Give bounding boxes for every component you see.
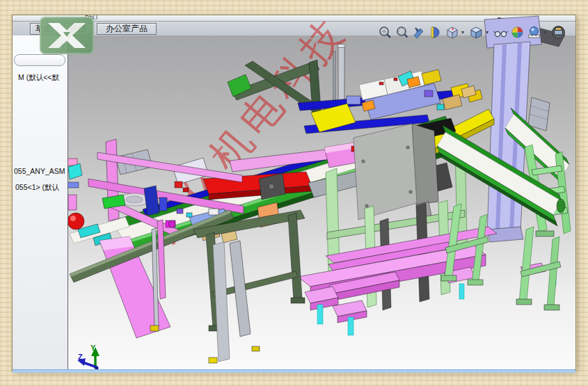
view-orientation-icon[interactable] bbox=[445, 25, 459, 40]
zoom-to-area-icon[interactable] bbox=[395, 25, 409, 40]
view-orientation-dropdown[interactable]: ▾ bbox=[461, 29, 467, 35]
application-window: Dhl.l 草图 评估 办公室产品 » M (默认<<默 055_ANY_ASM… bbox=[13, 15, 575, 371]
display-style-icon[interactable] bbox=[469, 25, 484, 40]
tree-item-sub-asm[interactable]: 055_ANY_ASM bbox=[14, 167, 68, 175]
zoom-to-fit-icon[interactable] bbox=[378, 25, 392, 40]
heads-up-toolbar: ▾ ▾ ▾ bbox=[378, 25, 566, 40]
featuremanager-panel: » M (默认<<默 055_ANY_ASM 055<1> (默认 bbox=[13, 35, 68, 371]
display-style-dropdown[interactable]: ▾ bbox=[486, 29, 491, 35]
feature-tree-filter[interactable] bbox=[14, 54, 65, 66]
hide-show-items-icon[interactable] bbox=[493, 25, 508, 40]
apply-scene-dropdown[interactable]: ▾ bbox=[543, 29, 549, 35]
edit-appearance-icon[interactable] bbox=[510, 25, 525, 40]
bottom-edge-scrollbar[interactable] bbox=[13, 369, 575, 373]
graphics-area[interactable] bbox=[67, 35, 575, 371]
yx-logo-watermark bbox=[40, 17, 94, 54]
previous-view-icon[interactable] bbox=[411, 25, 426, 40]
tree-item-assembly[interactable]: M (默认<<默 bbox=[18, 73, 72, 83]
tree-item-part[interactable]: 055<1> (默认 bbox=[15, 183, 70, 193]
apply-scene-icon[interactable] bbox=[527, 25, 541, 40]
view-settings-icon[interactable] bbox=[551, 25, 566, 40]
tab-office-products[interactable]: 办公室产品 bbox=[97, 23, 157, 35]
section-view-icon[interactable] bbox=[428, 25, 443, 40]
